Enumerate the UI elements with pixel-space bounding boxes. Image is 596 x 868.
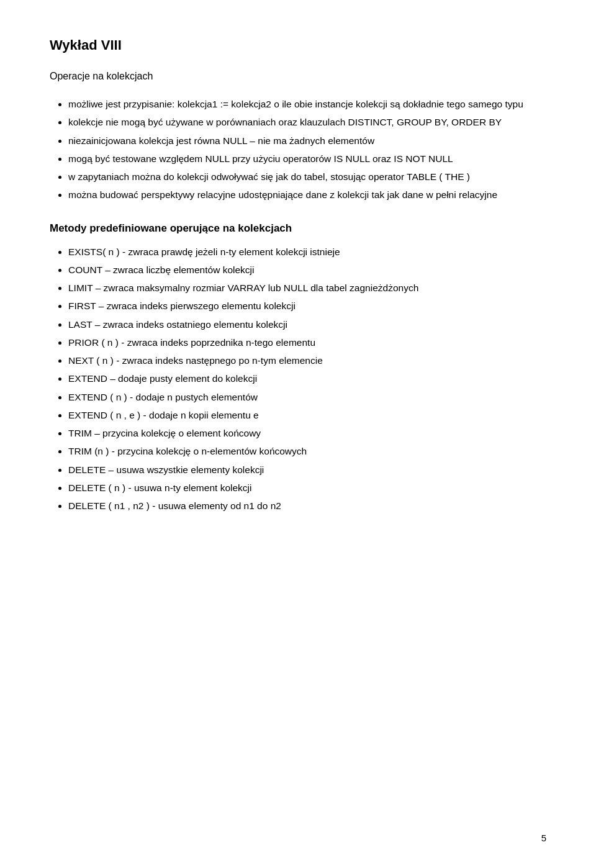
list-item: DELETE ( n ) - usuwa n-ty element kolekc… [68, 481, 546, 495]
list-item: LIMIT – zwraca maksymalny rozmiar VARRAY… [68, 281, 546, 295]
list-item: można budować perspektywy relacyjne udos… [68, 188, 546, 202]
list-item: DELETE ( n1 , n2 ) - usuwa elementy od n… [68, 499, 546, 513]
list-item: w zapytaniach można do kolekcji odwoływa… [68, 170, 546, 184]
methods-list: EXISTS( n ) - zwraca prawdę jeżeli n-ty … [68, 245, 546, 513]
list-item: LAST – zwraca indeks ostatniego elementu… [68, 317, 546, 332]
list-item: PRIOR ( n ) - zwraca indeks poprzednika … [68, 335, 546, 350]
list-item: niezainicjowana kolekcja jest równa NULL… [68, 133, 546, 148]
list-item: FIRST – zwraca indeks pierwszego element… [68, 299, 546, 313]
list-item: mogą być testowane względem NULL przy uż… [68, 151, 546, 166]
list-item: EXTEND – dodaje pusty element do kolekcj… [68, 371, 546, 386]
list-item: możliwe jest przypisanie: kolekcja1 := k… [68, 97, 546, 111]
list-item: EXTEND ( n , e ) - dodaje n kopii elemen… [68, 408, 546, 422]
list-item: kolekcje nie mogą być używane w porównan… [68, 115, 546, 129]
page-title: Wykład VIII [50, 37, 546, 53]
list-item: TRIM – przycina kolekcję o element końco… [68, 426, 546, 440]
page-subtitle: Operacje na kolekcjach [50, 71, 546, 82]
page-number: 5 [541, 833, 546, 843]
list-item: COUNT – zwraca liczbę elementów kolekcji [68, 263, 546, 277]
list-item: DELETE – usuwa wszystkie elementy kolekc… [68, 463, 546, 477]
methods-heading: Metody predefiniowane operujące na kolek… [50, 222, 546, 235]
list-item: EXTEND ( n ) - dodaje n pustych elementó… [68, 390, 546, 404]
list-item: NEXT ( n ) - zwraca indeks następnego po… [68, 353, 546, 368]
intro-list: możliwe jest przypisanie: kolekcja1 := k… [68, 97, 546, 202]
list-item: TRIM (n ) - przycina kolekcję o n-elemen… [68, 444, 546, 458]
list-item: EXISTS( n ) - zwraca prawdę jeżeli n-ty … [68, 245, 546, 259]
